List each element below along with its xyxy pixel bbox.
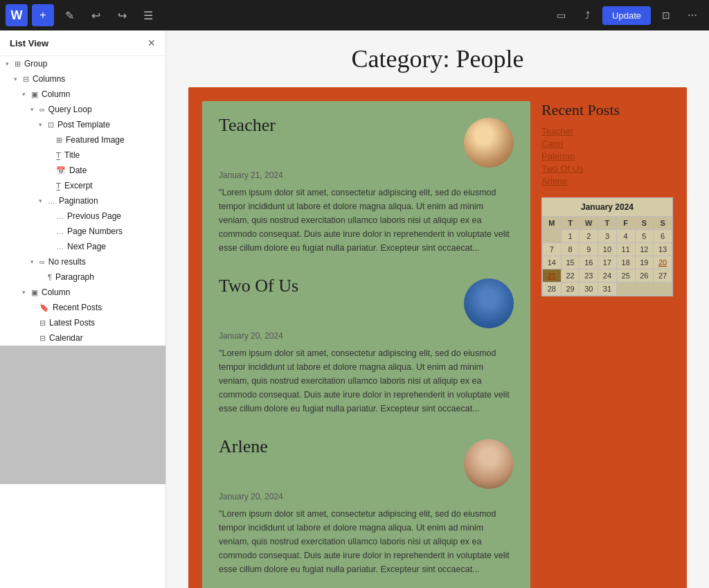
- tree-item-post-template[interactable]: ▾ ⊡ Post Template: [0, 117, 165, 132]
- post-header-teacher: Teacher: [219, 115, 514, 168]
- cal-31: 31: [598, 283, 617, 296]
- tree-item-excerpt[interactable]: T̲ Excerpt: [0, 178, 165, 193]
- cal-27: 27: [654, 269, 672, 283]
- tree-item-pagination[interactable]: ▾ … Pagination: [0, 193, 165, 208]
- tree-item-columns[interactable]: ▾ ⊟ Columns: [0, 71, 165, 87]
- query-loop-icon: ∞: [39, 105, 45, 114]
- post-entry-teacher: Teacher January 21, 2024 "Lorem ipsum do…: [219, 115, 514, 255]
- tree-item-previous-page[interactable]: … Previous Page: [0, 208, 165, 224]
- cal-21[interactable]: 21: [543, 269, 562, 283]
- cal-4: 4: [616, 230, 635, 243]
- wp-logo[interactable]: W: [6, 4, 28, 26]
- tree-item-title[interactable]: T̲ Title: [0, 148, 165, 163]
- calendar-month-year: January 2024: [542, 198, 672, 216]
- recent-post-link-teacher[interactable]: Teacher: [541, 126, 673, 136]
- cal-2: 2: [580, 230, 598, 243]
- post-avatar-arlene: [464, 439, 514, 489]
- cal-23: 23: [580, 269, 598, 283]
- tree-item-column-1[interactable]: ▾ ▣ Column: [0, 87, 165, 102]
- calendar-icon: ⊟: [39, 334, 46, 343]
- add-button[interactable]: +: [32, 4, 54, 26]
- tree-item-no-results[interactable]: ▾ ∞ No results: [0, 254, 165, 269]
- tree-item-latest-posts[interactable]: ⊟ Latest Posts: [0, 315, 165, 330]
- cal-20[interactable]: 20: [654, 256, 672, 269]
- cal-header-w: W: [580, 217, 598, 230]
- tree-item-featured-image[interactable]: ⊞ Featured Image: [0, 132, 165, 148]
- cal-header-m: M: [543, 217, 562, 230]
- main-column: Teacher January 21, 2024 "Lorem ipsum do…: [202, 101, 530, 588]
- tree-item-calendar[interactable]: ⊟ Calendar: [0, 330, 165, 346]
- tree-item-group[interactable]: ▾ ⊞ Group: [0, 56, 165, 71]
- recent-post-link-twofus[interactable]: Two Of Us: [541, 163, 673, 174]
- post-avatar-twofus: [464, 278, 514, 328]
- tree-item-next-page[interactable]: … Next Page: [0, 239, 165, 254]
- outer-container: Teacher January 21, 2024 "Lorem ipsum do…: [188, 87, 687, 588]
- cal-header-s2: S: [654, 217, 672, 230]
- recent-post-link-capri[interactable]: Capri: [541, 139, 673, 149]
- cal-header-f: F: [616, 217, 635, 230]
- cal-header-t1: T: [561, 217, 580, 230]
- content-area: Category: People Teacher January 21, 202…: [166, 30, 709, 588]
- post-template-icon: ⊡: [48, 121, 54, 130]
- cal-16: 16: [580, 256, 598, 269]
- tree-item-page-numbers[interactable]: … Page Numbers: [0, 224, 165, 239]
- recent-post-link-palermo[interactable]: Palermo: [541, 151, 673, 161]
- post-date-twofus: January 20, 2024: [219, 331, 514, 341]
- column2-icon: ▣: [31, 288, 38, 297]
- excerpt-icon: T̲: [56, 181, 61, 190]
- calendar-widget: January 2024 M T W T F S S: [541, 197, 673, 296]
- post-entry-arlene: Arlene January 20, 2024 "Lorem ipsum dol…: [219, 436, 514, 576]
- view-toggle-button[interactable]: ⊡: [655, 4, 677, 26]
- list-view-button[interactable]: ☰: [137, 4, 159, 26]
- cal-row-2: 7 8 9 10 11 12 13: [543, 243, 672, 256]
- previous-page-icon: …: [56, 212, 64, 220]
- featured-image-icon: ⊞: [56, 136, 62, 145]
- update-button[interactable]: Update: [602, 6, 651, 25]
- latest-posts-icon: ⊟: [39, 319, 46, 328]
- cal-9: 9: [580, 243, 598, 256]
- cal-empty-1: [616, 283, 635, 296]
- cal-17: 17: [598, 256, 617, 269]
- cal-22: 22: [561, 269, 580, 283]
- cal-header-t2: T: [598, 217, 617, 230]
- sidebar: List View ✕ ▾ ⊞ Group ▾ ⊟ Columns: [0, 30, 166, 588]
- post-entry-twofus: Two Of Us January 20, 2024 "Lorem ipsum …: [219, 276, 514, 416]
- tree-item-query-loop[interactable]: ▾ ∞ Query Loop: [0, 102, 165, 117]
- recent-posts-icon: 🔖: [39, 303, 49, 312]
- cal-29: 29: [561, 283, 580, 296]
- recent-posts-widget: Recent Posts Teacher Capri Palermo Two O…: [541, 101, 673, 186]
- date-icon: 📅: [56, 166, 66, 175]
- tree-view: ▾ ⊞ Group ▾ ⊟ Columns ▾ ▣ Column ▾: [0, 56, 165, 346]
- desktop-view-button[interactable]: ▭: [550, 4, 572, 26]
- calendar-table: M T W T F S S 1: [542, 216, 672, 296]
- cal-18: 18: [616, 256, 635, 269]
- post-header-twofus: Two Of Us: [219, 276, 514, 328]
- sidebar-gray-area: [0, 346, 165, 484]
- cal-7: 7: [543, 243, 562, 256]
- recent-post-link-arlene[interactable]: Arlene: [541, 176, 673, 186]
- post-excerpt-twofus: "Lorem ipsum dolor sit amet, consectetur…: [219, 346, 514, 416]
- cal-25: 25: [616, 269, 635, 283]
- cal-1: 1: [561, 230, 580, 243]
- redo-button[interactable]: ↪: [111, 4, 133, 26]
- undo-button[interactable]: ↩: [84, 4, 107, 26]
- tree-item-date[interactable]: 📅 Date: [0, 163, 165, 178]
- tree-item-paragraph[interactable]: ¶ Paragraph: [0, 269, 165, 285]
- post-header-arlene: Arlene: [219, 436, 514, 489]
- tree-item-column-2[interactable]: ▾ ▣ Column: [0, 285, 165, 300]
- cal-14: 14: [543, 256, 562, 269]
- cal-empty-3: [654, 283, 672, 296]
- edit-button[interactable]: ✎: [58, 4, 80, 26]
- sidebar-close-button[interactable]: ✕: [147, 37, 156, 48]
- cal-26: 26: [635, 269, 654, 283]
- tree-item-recent-posts[interactable]: 🔖 Recent Posts: [0, 300, 165, 315]
- pagination-icon: …: [48, 197, 55, 205]
- more-options-button[interactable]: ⋯: [681, 4, 703, 26]
- cal-row-3: 14 15 16 17 18 19 20: [543, 256, 672, 269]
- sidebar-header: List View ✕: [0, 30, 165, 56]
- cal-empty: [543, 230, 562, 243]
- sidebar-title: List View: [10, 38, 48, 48]
- share-button[interactable]: ⤴: [576, 4, 598, 26]
- post-excerpt-arlene: "Lorem ipsum dolor sit amet, consectetur…: [219, 507, 514, 576]
- post-date-arlene: January 20, 2024: [219, 492, 514, 501]
